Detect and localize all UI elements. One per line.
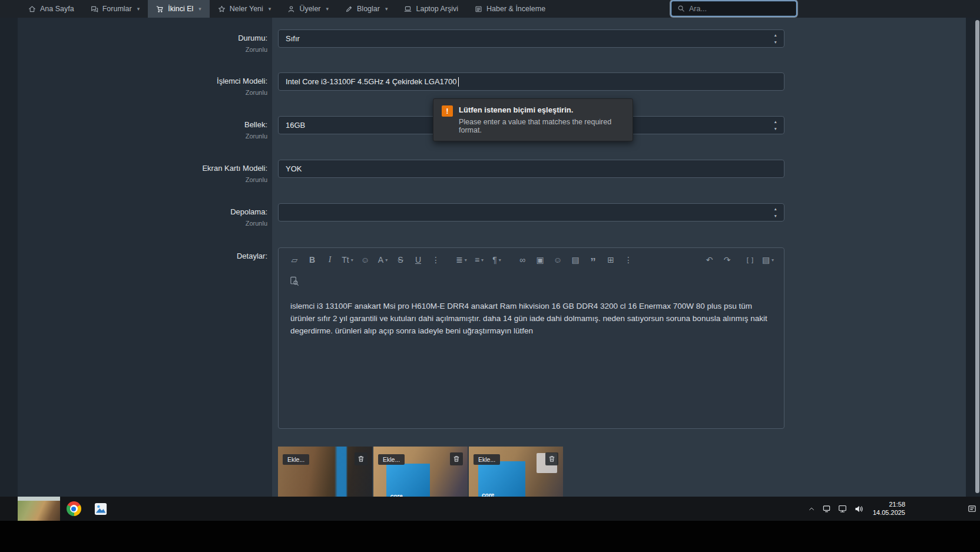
table-icon[interactable]: ⊞ (604, 253, 618, 267)
volume-icon[interactable] (854, 504, 863, 514)
attachment-add-button[interactable]: Ekle... (378, 454, 405, 465)
media-icon[interactable]: ▤ (568, 253, 583, 267)
validation-message: Please enter a value that matches the re… (459, 118, 624, 134)
depolama-select[interactable] (278, 203, 784, 222)
editor-toolbar-row2 (279, 272, 784, 293)
paragraph-format-icon[interactable]: ¶ (489, 253, 504, 267)
list-icon[interactable]: ≣ (454, 253, 469, 267)
required-badge: Zorunlu (18, 133, 267, 140)
form-row-ekran-karti: Ekran Kartı Modeli: Zorunlu YOK (18, 160, 966, 183)
laptop-icon (404, 5, 412, 13)
attachment-delete-button[interactable] (545, 452, 558, 465)
ekran-karti-input[interactable]: YOK (278, 160, 784, 178)
undo-icon[interactable]: ↶ (702, 253, 717, 267)
durumu-label: Durumu: (18, 34, 267, 42)
page-content: Durumu: Zorunlu Sıfır İşlemci Modeli: Zo… (0, 18, 980, 497)
nav-item-ana-sayfa[interactable]: Ana Sayfa (20, 0, 82, 18)
editor-toolbar: ▱ B I Tt ☺ A S U ⋮ ≣ ≡ ¶ ∞ ▣ ☺ (279, 248, 784, 272)
nav-label: Ana Sayfa (40, 5, 74, 13)
detaylar-label: Detaylar: (18, 252, 267, 260)
nav-item-bloglar[interactable]: Bloglar (337, 0, 396, 18)
nav-item-neler-yeni[interactable]: Neler Yeni (210, 0, 280, 18)
redo-icon[interactable]: ↷ (720, 253, 734, 267)
forums-icon (91, 5, 98, 13)
attachment-add-button[interactable]: Ekle... (474, 454, 500, 465)
text-cursor (458, 77, 459, 87)
text-size-icon[interactable]: Tt (340, 253, 355, 267)
drafts-icon[interactable]: ▤ (761, 253, 776, 267)
form-row-depolama: Depolama: Zorunlu (18, 203, 966, 227)
attachment-thumbnail[interactable]: Ekle... (278, 447, 372, 497)
search-icon (677, 5, 685, 12)
notification-icon[interactable] (968, 504, 976, 513)
emoji-icon[interactable]: ☺ (551, 253, 565, 267)
bellek-label: Bellek: (18, 120, 267, 129)
form-row-detaylar: Detaylar: ▱ B I Tt ☺ A S U ⋮ ≣ ≡ (18, 247, 966, 429)
italic-icon[interactable]: I (323, 253, 337, 267)
text-color-icon[interactable]: A (376, 253, 390, 267)
screen-bottom-strip (0, 521, 980, 552)
nav-items: Ana Sayfa Forumlar İkinci El Neler Yeni … (0, 0, 554, 18)
nav-label: Laptop Arşivi (416, 5, 458, 13)
ekran-karti-value: YOK (286, 164, 302, 173)
desktop-screen: Ana Sayfa Forumlar İkinci El Neler Yeni … (0, 0, 980, 552)
news-icon (475, 5, 482, 13)
system-tray: 21:58 14.05.2025 (808, 501, 980, 517)
nav-label: Üyeler (299, 5, 320, 13)
taskbar-chrome-button[interactable] (60, 497, 87, 521)
validation-tooltip: ! Lütfen istenen biçimi eşleştirin. Plea… (433, 98, 633, 141)
nav-item-uyeler[interactable]: Üyeler (279, 0, 337, 18)
windows-taskbar: 21:58 14.05.2025 (0, 497, 980, 521)
insert-link-icon[interactable]: ∞ (515, 253, 530, 267)
alignment-icon[interactable]: ≡ (472, 253, 486, 267)
bbcode-icon[interactable]: [ ] (743, 253, 758, 267)
islemci-input[interactable]: Intel Core i3-13100F 4.5GHz 4 Çekirdek L… (278, 72, 784, 91)
network-icon[interactable] (838, 504, 847, 513)
durumu-select[interactable]: Sıfır (278, 29, 784, 48)
nav-item-laptop-arsivi[interactable]: Laptop Arşivi (396, 0, 466, 18)
required-badge: Zorunlu (18, 220, 267, 227)
ekran-karti-label: Ekran Kartı Modeli: (18, 164, 267, 173)
scrollbar-thumb[interactable] (975, 20, 979, 493)
nav-item-ikinci-el[interactable]: İkinci El (148, 0, 210, 18)
attachment-delete-button[interactable] (450, 452, 463, 465)
depolama-label: Depolama: (18, 207, 267, 216)
chevron-up-icon[interactable] (808, 505, 815, 513)
more-options-icon[interactable]: ⋮ (621, 253, 636, 267)
editor-text-area[interactable]: islemci i3 13100F anakart Msi pro H610M-… (279, 293, 784, 344)
bold-icon[interactable]: B (305, 253, 320, 267)
members-icon (287, 5, 295, 13)
remove-format-icon[interactable]: ▱ (287, 253, 302, 267)
attachment-delete-button[interactable] (355, 452, 368, 465)
rich-text-editor: ▱ B I Tt ☺ A S U ⋮ ≣ ≡ ¶ ∞ ▣ ☺ (278, 247, 784, 429)
window-preview-thumbnail[interactable] (18, 497, 60, 521)
warning-icon: ! (442, 105, 453, 117)
strikethrough-icon[interactable]: S (393, 253, 408, 267)
attachment-thumbnail[interactable]: core Ekle... (373, 447, 468, 497)
taskbar-clock[interactable]: 21:58 14.05.2025 (873, 501, 905, 517)
taskbar-photos-button[interactable] (87, 497, 114, 521)
attachment-add-button[interactable]: Ekle... (283, 454, 309, 465)
validation-title: Lütfen istenen biçimi eşleştirin. (459, 105, 624, 114)
insert-image-icon[interactable]: ▣ (533, 253, 548, 267)
attachment-thumbnail[interactable]: core Ekle... (469, 447, 563, 497)
search-input[interactable]: Ara... (671, 1, 796, 16)
photos-app-icon (94, 503, 107, 515)
more-text-options-icon[interactable]: ⋮ (429, 253, 443, 267)
display-icon[interactable] (822, 504, 831, 513)
smilie-icon[interactable]: ☺ (358, 253, 373, 267)
nav-item-forumlar[interactable]: Forumlar (82, 0, 148, 18)
chrome-icon (67, 501, 81, 516)
whats-new-icon (218, 5, 226, 13)
clock-date: 14.05.2025 (873, 509, 905, 517)
nav-item-haber-inceleme[interactable]: Haber & İnceleme (466, 0, 554, 18)
quote-icon[interactable]: ” (586, 253, 601, 267)
required-badge: Zorunlu (18, 89, 267, 96)
required-badge: Zorunlu (18, 46, 267, 53)
bellek-selected-value: 16GB (286, 121, 305, 130)
preview-icon[interactable] (289, 276, 299, 289)
form-row-islemci: İşlemci Modeli: Zorunlu Intel Core i3-13… (18, 72, 966, 96)
blogs-icon (345, 5, 353, 13)
underline-icon[interactable]: U (411, 253, 426, 267)
nav-label: Haber & İnceleme (486, 5, 545, 13)
